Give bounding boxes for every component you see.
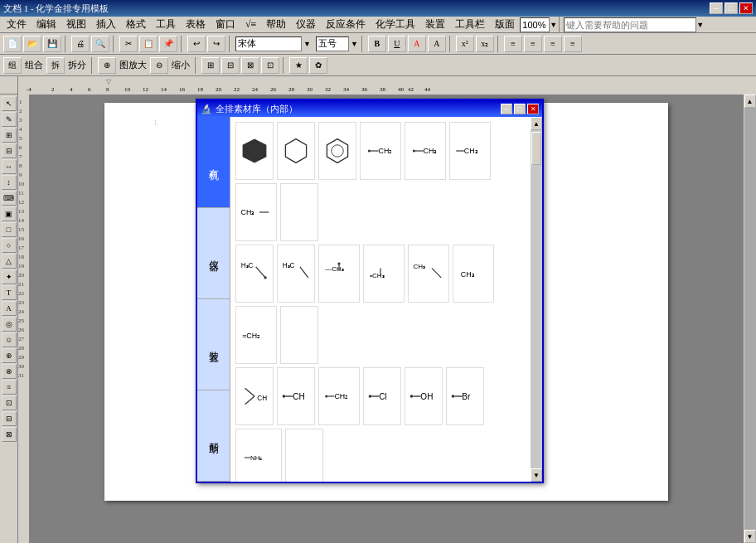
chem-ch2-dot2[interactable]: CH₂: [318, 367, 360, 425]
extra-btn1[interactable]: ⊞: [201, 57, 220, 74]
font-arrow[interactable]: ▼: [303, 40, 311, 48]
zoom-arrow[interactable]: ▼: [550, 21, 557, 29]
menu-reactions[interactable]: 反应条件: [321, 16, 371, 33]
tool-x-circle[interactable]: ⊗: [2, 364, 17, 379]
menu-instruments[interactable]: 仪器: [291, 16, 321, 33]
tool-target[interactable]: ◎: [2, 317, 17, 332]
chem-ch2-dot[interactable]: CH₂: [360, 122, 401, 180]
tool-select[interactable]: ↖: [2, 96, 17, 111]
dialog-minimize[interactable]: ─: [501, 104, 512, 114]
menu-window[interactable]: 窗口: [211, 16, 240, 33]
tab-organic[interactable]: 有机: [197, 117, 230, 208]
cut-btn[interactable]: ✂: [119, 36, 138, 52]
chem-oh[interactable]: OH: [405, 367, 443, 425]
chem-benzene-circle[interactable]: [318, 122, 356, 180]
chem-h3c-diag1[interactable]: H₃C: [235, 245, 274, 303]
paste-btn[interactable]: 📌: [159, 36, 177, 52]
tool-circle[interactable]: ○: [2, 238, 17, 253]
menu-insert[interactable]: 插入: [91, 16, 121, 33]
chem-fork[interactable]: CH: [235, 367, 274, 425]
preview-btn[interactable]: 🔍: [91, 36, 109, 52]
combine-btn[interactable]: 组: [3, 57, 22, 74]
align-left-btn[interactable]: ≡: [504, 36, 522, 52]
star-btn[interactable]: ★: [289, 57, 308, 74]
size-arrow[interactable]: ▼: [351, 40, 358, 48]
tool-minus[interactable]: ⊟: [2, 143, 17, 158]
align-center-btn[interactable]: ≡: [524, 36, 542, 52]
chem-ch3-line[interactable]: CH₃: [449, 122, 491, 180]
menu-help[interactable]: 帮助: [261, 16, 291, 33]
tool-kbd[interactable]: ⌨: [2, 191, 17, 206]
copy-btn[interactable]: 📋: [139, 36, 158, 52]
search-arrow[interactable]: ▼: [696, 21, 704, 29]
zoom-out-btn[interactable]: ⊖: [150, 57, 168, 74]
chem-benzene-open[interactable]: [277, 122, 315, 180]
font-size[interactable]: [316, 36, 349, 51]
save-btn[interactable]: 💾: [43, 36, 61, 52]
split-btn[interactable]: 拆: [46, 57, 65, 74]
menu-layout[interactable]: 版面: [490, 16, 520, 33]
tool-hscale[interactable]: ↔: [2, 159, 17, 174]
tool-lines[interactable]: ≡: [2, 380, 17, 395]
open-btn[interactable]: 📂: [23, 36, 41, 52]
scroll-down-btn[interactable]: ▼: [531, 468, 542, 482]
chem-ch3-plain[interactable]: CH₃: [453, 245, 494, 303]
justify-btn[interactable]: ≡: [564, 36, 582, 52]
menu-toolbars[interactable]: 工具栏: [450, 16, 490, 33]
chem-h3c-angled[interactable]: H₃C: [277, 245, 315, 303]
chem-ch3-right[interactable]: CH₃: [235, 183, 277, 241]
help-search[interactable]: [564, 17, 696, 32]
zoom-input[interactable]: [520, 17, 550, 32]
chem-nh2[interactable]: NH₂: [235, 429, 282, 482]
underline-btn[interactable]: U: [388, 36, 406, 52]
tool-star[interactable]: ✦: [2, 269, 17, 284]
tool-font[interactable]: A: [2, 301, 17, 316]
menu-chem-tools[interactable]: 化学工具: [371, 16, 420, 33]
minimize-button[interactable]: ─: [710, 2, 723, 14]
extra-btn3[interactable]: ⊠: [241, 57, 259, 74]
bold-btn[interactable]: B: [368, 36, 386, 52]
chem-ch3-branch3[interactable]: CH₃: [408, 245, 449, 303]
tool-smiley[interactable]: ☺: [2, 332, 17, 347]
scroll-track-main[interactable]: [744, 108, 756, 530]
tool-sq3[interactable]: ⊠: [2, 427, 17, 442]
menu-sqrt[interactable]: √≡: [240, 17, 261, 32]
chem-ch3-dot[interactable]: CH₃: [405, 122, 446, 180]
flower-btn[interactable]: ✿: [309, 57, 327, 74]
chem-cl[interactable]: Cl: [363, 367, 401, 425]
menu-view[interactable]: 视图: [61, 16, 91, 33]
dialog-close[interactable]: ✕: [527, 104, 539, 114]
superscript-btn[interactable]: x²: [456, 36, 474, 52]
zoom-in-btn[interactable]: ⊕: [98, 57, 116, 74]
scroll-track-dialog[interactable]: [531, 130, 542, 468]
chem-br[interactable]: Br: [446, 367, 484, 425]
dialog-scrollbar[interactable]: ▲ ▼: [531, 117, 542, 482]
maximize-button[interactable]: □: [724, 2, 738, 14]
scroll-up-btn[interactable]: ▲: [531, 117, 542, 130]
tool-triangle[interactable]: △: [2, 254, 17, 269]
extra-btn4[interactable]: ⊡: [261, 57, 279, 74]
tab-devices[interactable]: 装置: [197, 299, 230, 390]
menu-table[interactable]: 表格: [181, 16, 211, 33]
menu-edit[interactable]: 编辑: [32, 16, 61, 33]
chem-ch2-double[interactable]: =CH₂: [235, 306, 277, 364]
font-color-btn[interactable]: A: [408, 36, 426, 52]
chem-ch-dot[interactable]: CH: [277, 367, 315, 425]
close-button[interactable]: ✕: [739, 2, 753, 14]
tool-plus-circle[interactable]: ⊕: [2, 348, 17, 363]
menu-tools[interactable]: 工具: [151, 16, 181, 33]
scroll-up-main[interactable]: ▲: [744, 95, 756, 108]
font-name[interactable]: [235, 36, 302, 51]
tool-text[interactable]: T: [2, 285, 17, 300]
chem-ch3-branch1[interactable]: —CH₃: [318, 245, 360, 303]
tool-rect1[interactable]: ▣: [2, 206, 17, 221]
subscript-btn[interactable]: x₂: [476, 36, 494, 52]
tool-vscale[interactable]: ↕: [2, 175, 17, 190]
tool-grid[interactable]: ⊞: [2, 128, 17, 143]
tool-pencil[interactable]: ✎: [2, 112, 17, 127]
tab-help[interactable]: 帮助: [197, 390, 230, 482]
chem-cyclohexane-filled[interactable]: [235, 122, 274, 180]
menu-devices[interactable]: 装置: [420, 16, 450, 33]
print-btn[interactable]: 🖨: [71, 36, 90, 52]
menu-format[interactable]: 格式: [121, 16, 151, 33]
